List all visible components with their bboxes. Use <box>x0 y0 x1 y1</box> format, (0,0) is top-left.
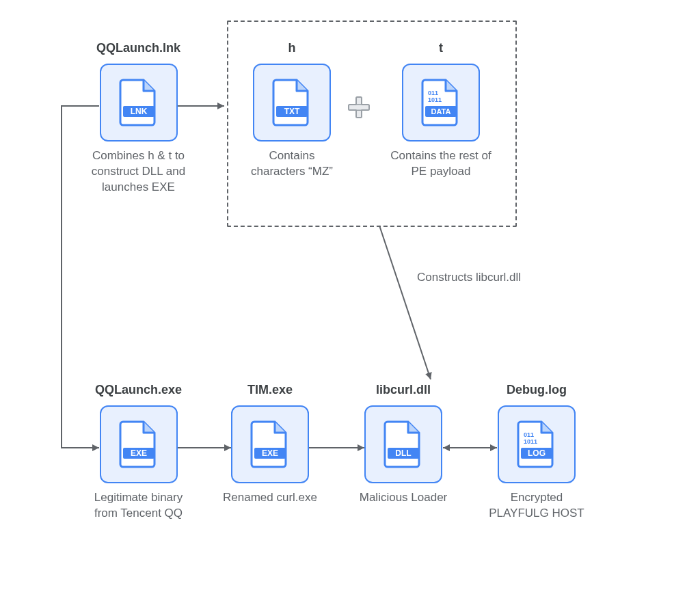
node-h-title: h <box>241 41 343 55</box>
svg-text:011: 011 <box>428 90 438 96</box>
file-icon-txt: TXT <box>272 79 312 126</box>
node-lnk: QQLaunch.lnk LNK Combines h & t to const… <box>82 41 195 196</box>
file-qqexe-icon-box: EXE <box>100 405 178 483</box>
node-tim-desc: Renamed curl.exe <box>215 490 325 506</box>
svg-text:1011: 1011 <box>524 438 537 445</box>
node-lnk-title: QQLaunch.lnk <box>82 41 195 55</box>
node-h-desc: Contains characters “MZ” <box>241 148 343 180</box>
node-t-title: t <box>383 41 499 55</box>
node-dll-desc: Malicious Loader <box>349 490 458 506</box>
svg-text:DATA: DATA <box>431 107 451 116</box>
file-icon-exe: EXE <box>119 420 159 468</box>
svg-text:LNK: LNK <box>130 107 147 116</box>
plus-icon <box>347 96 371 119</box>
node-tim-title: TIM.exe <box>215 383 325 397</box>
file-lnk-icon-box: LNK <box>100 64 178 142</box>
file-dll-icon-box: DLL <box>364 405 442 483</box>
node-qqexe-desc: Legitimate binary from Tencent QQ <box>82 490 195 522</box>
svg-text:1011: 1011 <box>428 96 442 103</box>
node-log: Debug.log 011 1011 LOG Encrypted PLAYFUL… <box>482 383 591 522</box>
node-t-desc: Contains the rest of PE payload <box>383 148 499 180</box>
svg-text:011: 011 <box>524 431 534 438</box>
svg-text:EXE: EXE <box>262 448 278 458</box>
file-log-icon-box: 011 1011 LOG <box>498 405 576 483</box>
node-log-title: Debug.log <box>482 383 591 397</box>
svg-rect-7 <box>357 105 362 110</box>
svg-text:DLL: DLL <box>395 448 411 458</box>
node-qqexe-title: QQLaunch.exe <box>82 383 195 397</box>
constructs-label: Constructs libcurl.dll <box>417 270 567 286</box>
svg-text:EXE: EXE <box>130 448 146 458</box>
node-t: t 011 1011 DATA Contains the rest of PE … <box>383 41 499 180</box>
file-icon-log: 011 1011 LOG <box>517 420 556 468</box>
file-h-icon-box: TXT <box>253 64 331 142</box>
node-log-desc: Encrypted PLAYFULG HOST <box>482 490 591 522</box>
svg-text:LOG: LOG <box>528 448 546 458</box>
file-tim-icon-box: EXE <box>231 405 309 483</box>
node-dll-title: libcurl.dll <box>349 383 458 397</box>
node-tim: TIM.exe EXE Renamed curl.exe <box>215 383 325 506</box>
svg-line-1 <box>379 226 431 379</box>
file-icon-lnk: LNK <box>119 79 159 126</box>
file-icon-dll: DLL <box>383 420 423 468</box>
node-dll: libcurl.dll DLL Malicious Loader <box>349 383 458 506</box>
node-qqexe: QQLaunch.exe EXE Legitimate binary from … <box>82 383 195 522</box>
node-h: h TXT Contains characters “MZ” <box>241 41 343 180</box>
file-t-icon-box: 011 1011 DATA <box>402 64 480 142</box>
file-icon-data: 011 1011 DATA <box>421 79 461 126</box>
svg-text:TXT: TXT <box>284 107 300 116</box>
file-icon-exe: EXE <box>250 420 290 468</box>
node-lnk-desc: Combines h & t to construct DLL and laun… <box>82 148 195 196</box>
